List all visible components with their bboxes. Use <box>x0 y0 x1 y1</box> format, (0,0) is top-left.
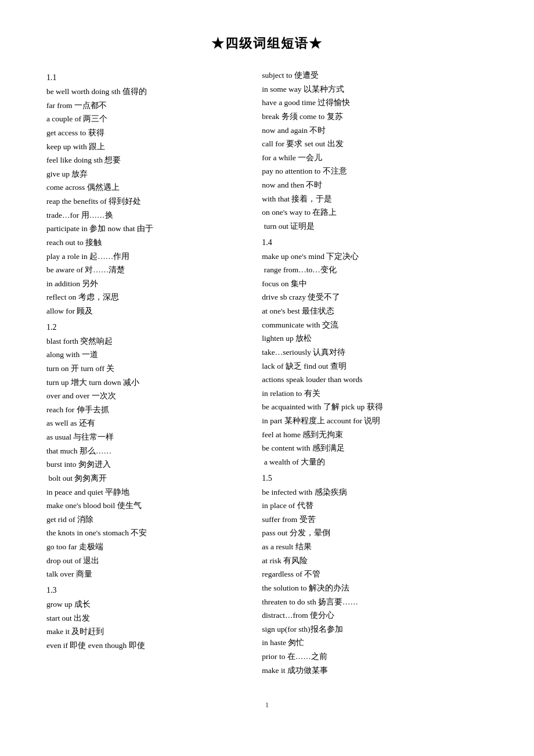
list-item: have a good time 过得愉快 <box>262 96 488 110</box>
list-item: reflect on 考虑，深思 <box>46 290 244 304</box>
list-item: now and again 不时 <box>262 124 488 138</box>
list-item: pay no attention to 不注意 <box>262 164 488 178</box>
list-item: be acquainted with 了解 pick up 获得 <box>262 400 488 414</box>
list-item: go too far 走极端 <box>46 540 244 554</box>
list-item: make it 成功做某事 <box>262 664 488 678</box>
list-item: play a role in 起……作用 <box>46 250 244 264</box>
list-item: reach out to 接触 <box>46 236 244 250</box>
list-item: turn up 增大 turn down 减小 <box>46 376 244 390</box>
page-number: 1 <box>46 700 488 710</box>
list-item: call for 要求 set out 出发 <box>262 137 488 151</box>
list-item: in place of 代替 <box>262 499 488 513</box>
section-header: 1.2 <box>46 323 244 332</box>
list-item: at one's best 最佳状态 <box>262 304 488 318</box>
list-item: for a while 一会儿 <box>262 151 488 165</box>
list-item: be aware of 对……清楚 <box>46 263 244 277</box>
list-item: allow for 顾及 <box>46 304 244 318</box>
list-item: range from…to…变化 <box>262 263 488 277</box>
list-item: reap the benefits of 得到好处 <box>46 195 244 208</box>
list-item: as usual 与往常一样 <box>46 430 244 444</box>
list-item: over and over 一次次 <box>46 389 244 403</box>
list-item: a wealth of 大量的 <box>262 455 488 469</box>
list-item: threaten to do sth 扬言要…… <box>262 595 488 609</box>
list-item: turn on 开 turn off 关 <box>46 362 244 376</box>
section-header: 1.5 <box>262 474 488 483</box>
list-item: be well worth doing sth 值得的 <box>46 85 244 99</box>
list-item: that much 那么…… <box>46 444 244 458</box>
section-header: 1.3 <box>46 586 244 595</box>
list-item: even if 即使 even though 即使 <box>46 639 244 653</box>
list-item: far from 一点都不 <box>46 99 244 113</box>
list-item: at risk 有风险 <box>262 554 488 568</box>
list-item: on one's way to 在路上 <box>262 206 488 219</box>
list-item: now and then 不时 <box>262 178 488 192</box>
list-item: be content with 感到满足 <box>262 441 488 455</box>
list-item: with that 接着，于是 <box>262 192 488 206</box>
list-item: pass out 分发，晕倒 <box>262 526 488 540</box>
list-item: break 务须 come to 复苏 <box>262 110 488 124</box>
list-item: get access to 获得 <box>46 126 244 140</box>
list-item: give up 放弃 <box>46 167 244 181</box>
list-item: lack of 缺乏 find out 查明 <box>262 359 488 373</box>
list-item: feel at home 感到无拘束 <box>262 428 488 442</box>
list-item: subject to 使遭受 <box>262 69 488 82</box>
section-header: 1.4 <box>262 238 488 247</box>
list-item: make one's blood boil 使生气 <box>46 499 244 513</box>
list-item: feel like doing sth 想要 <box>46 153 244 167</box>
list-item: burst into 匆匆进入 <box>46 458 244 471</box>
list-item: in relation to 有关 <box>262 387 488 401</box>
list-item: actions speak louder than words <box>262 373 488 387</box>
list-item: start out 出发 <box>46 611 244 625</box>
list-item: reach for 伸手去抓 <box>46 403 244 417</box>
list-item: as a result 结果 <box>262 540 488 554</box>
list-item: along with 一道 <box>46 348 244 362</box>
list-item: bolt out 匆匆离开 <box>46 471 244 485</box>
list-item: communicate with 交流 <box>262 318 488 332</box>
list-item: sign up(for sth)报名参加 <box>262 622 488 636</box>
list-item: focus on 集中 <box>262 277 488 291</box>
list-item: in peace and quiet 平静地 <box>46 485 244 499</box>
left-column: 1.1be well worth doing sth 值得的far from 一… <box>46 69 256 677</box>
list-item: in addition 另外 <box>46 277 244 291</box>
list-item: keep up with 跟上 <box>46 140 244 154</box>
list-item: regardless of 不管 <box>262 567 488 581</box>
list-item: distract…from 使分心 <box>262 609 488 622</box>
list-item: be infected with 感染疾病 <box>262 485 488 499</box>
list-item: in haste 匆忙 <box>262 636 488 650</box>
list-item: the solution to 解决的办法 <box>262 581 488 595</box>
list-item: blast forth 突然响起 <box>46 334 244 348</box>
list-item: turn out 证明是 <box>262 219 488 233</box>
list-item: in some way 以某种方式 <box>262 82 488 96</box>
list-item: the knots in one's stomach 不安 <box>46 526 244 540</box>
right-column: subject to 使遭受in some way 以某种方式have a go… <box>256 69 488 677</box>
list-item: a couple of 两三个 <box>46 112 244 126</box>
list-item: suffer from 受苦 <box>262 513 488 527</box>
list-item: grow up 成长 <box>46 597 244 611</box>
list-item: take…seriously 认真对待 <box>262 345 488 359</box>
list-item: make up one's mind 下定决心 <box>262 250 488 264</box>
list-item: trade…for 用……换 <box>46 208 244 222</box>
section-header: 1.1 <box>46 73 244 82</box>
list-item: participate in 参加 now that 由于 <box>46 222 244 236</box>
list-item: come across 偶然遇上 <box>46 181 244 195</box>
list-item: drive sb crazy 使受不了 <box>262 290 488 304</box>
list-item: make it 及时赶到 <box>46 625 244 639</box>
list-item: as well as 还有 <box>46 416 244 430</box>
list-item: get rid of 消除 <box>46 513 244 527</box>
list-item: in part 某种程度上 account for 说明 <box>262 414 488 428</box>
list-item: drop out of 退出 <box>46 554 244 568</box>
list-item: talk over 商量 <box>46 567 244 581</box>
list-item: lighten up 放松 <box>262 332 488 345</box>
list-item: prior to 在……之前 <box>262 650 488 664</box>
page-title: ★四级词组短语★ <box>46 35 488 52</box>
